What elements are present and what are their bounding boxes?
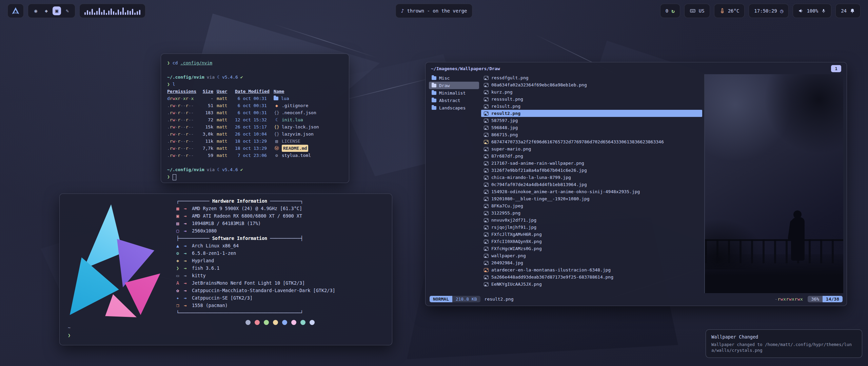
file-row[interactable]: 217167-sad-anime-rain-wallpaper.png	[481, 160, 702, 167]
sidebar-folder[interactable]: Landscapes	[429, 104, 479, 111]
file-owner: matt	[217, 145, 232, 152]
file-row[interactable]: 19201080-__blue-tinge__-1920×1080.jpg	[481, 195, 702, 202]
visualizer-bar	[84, 12, 86, 15]
info-row: ▣→AMD ATI Radeon RX 6800/6800 XT / 6900 …	[176, 212, 384, 220]
file-row[interactable]: 87r687df.png	[481, 152, 702, 160]
workspace-button[interactable]: ▣	[53, 6, 61, 15]
image-file-icon	[484, 76, 489, 80]
terminal-command-line: ❯ cd .config/nvim	[167, 59, 343, 66]
media-title: thrown - on the verge	[407, 8, 467, 14]
keyboard-module[interactable]: US	[684, 4, 710, 18]
info-icon: ▤	[176, 220, 184, 227]
file-name: 8FKa7Cu.jpeg	[491, 203, 523, 208]
file-type-icon: ◆	[274, 102, 280, 109]
file-date: 18 oct 13:29	[235, 138, 270, 145]
hardware-info: ▦→AMD Ryzen 9 5900X (24) @ 4.9GHz [61.3°…	[176, 205, 384, 235]
file-row[interactable]: 3126f7e9bbf21a8a4af0b67b041c6e26.jpg	[481, 167, 702, 174]
file-name: rsjqojlmjhf91.jpg	[491, 225, 536, 230]
file-row[interactable]: 5a266e448add93deab367d87173e9f25-6837886…	[481, 273, 702, 281]
clock-module[interactable]: 17:50:29 ◷	[749, 4, 789, 18]
file-row[interactable]: resssult.png	[481, 96, 702, 103]
prompt-directory: ~	[68, 324, 384, 331]
file-row[interactable]: 3122955.png	[481, 209, 702, 217]
sidebar-folder[interactable]: Minimalist	[429, 89, 479, 97]
hardware-header: ┌─────────── Hardware Information ──────…	[176, 197, 384, 205]
file-row[interactable]: FXfcHgcWIAMzs0G.png	[481, 245, 702, 252]
arrow-icon: →	[184, 287, 192, 294]
file-row[interactable]: 866715.png	[481, 131, 702, 138]
temperature-module[interactable]: 26°C	[714, 4, 745, 18]
tab-badge[interactable]: 1	[831, 65, 841, 72]
workspace-button[interactable]: ◉	[32, 6, 40, 15]
audio-visualizer[interactable]	[79, 4, 145, 18]
info-value: 10948MiB / 64183MiB (17%)	[192, 220, 261, 227]
workspace-icon: ◉	[34, 8, 37, 14]
file-row[interactable]: 08a634fa02a32364f69ebc86a98eb1eb.png	[481, 81, 702, 88]
file-row[interactable]: FXfcJlTXgAMvH6R.png	[481, 231, 702, 238]
file-row[interactable]: FXfcII0X0AQyn9X.png	[481, 238, 702, 245]
info-icon: ▭	[176, 272, 184, 279]
workspace-button[interactable]: ✎	[63, 6, 72, 15]
visualizer-bar	[89, 12, 91, 15]
info-icon: ✦	[176, 294, 184, 302]
file-name: FXfcHgcWIAMzs0G.png	[491, 246, 542, 251]
preview-girl-silhouette	[791, 217, 805, 261]
file-row[interactable]: 587597.jpg	[481, 117, 702, 124]
info-row: A→JetBrainsMono Nerd Font Light 10 [GTK2…	[176, 279, 384, 287]
image-file-icon	[484, 240, 489, 244]
fetch-terminal-window[interactable]: ┌─────────── Hardware Information ──────…	[59, 194, 392, 345]
file-name: stylua.toml	[282, 152, 311, 159]
info-value: Hyprland	[192, 257, 214, 264]
sidebar-folder[interactable]: Draw	[429, 82, 479, 89]
file-type-icon: ☾	[274, 116, 280, 123]
file-row[interactable]: 20492984.jpg	[481, 259, 702, 266]
updates-module[interactable]: 0 ↻	[660, 4, 680, 18]
file-row[interactable]: rsjqojlmjhf91.jpg	[481, 224, 702, 231]
file-row[interactable]: kurz.png	[481, 88, 702, 96]
file-row[interactable]: result2.png	[481, 110, 702, 117]
file-row[interactable]: 154928-odinokoe_anime-art-anime-okno-sin…	[481, 188, 702, 195]
file-row[interactable]: 596848.jpg	[481, 124, 702, 131]
file-row[interactable]: wallpaper.png	[481, 252, 702, 259]
file-row[interactable]: nnvuv0xj2df71.jpg	[481, 217, 702, 224]
sidebar-folder[interactable]: Misc	[429, 74, 479, 82]
file-row[interactable]: atardecer-en-la-montanas-ilustracion-634…	[481, 266, 702, 273]
file-row[interactable]: ressdfgult.png	[481, 74, 702, 81]
terminal-window[interactable]: ❯ cd .config/nvim ~/.config/nvimvia☾v5.4…	[161, 54, 349, 183]
file-type-icon: {}	[274, 109, 280, 116]
folder-icon	[432, 84, 436, 87]
file-row[interactable]: 8FKa7Cu.jpeg	[481, 202, 702, 209]
file-manager-window[interactable]: ~/Imagenes/Wallpapers/Draw 1 MiscDrawMin…	[425, 62, 847, 306]
media-widget[interactable]: ♪ thrown - on the verge	[395, 4, 472, 18]
file-manager-panes: MiscDrawMinimalistAbstractLandscapes res…	[426, 74, 847, 293]
file-name: 866715.png	[491, 132, 518, 137]
software-info: ▲→Arch Linux x86_64⚙→6.5.8-zen1-1-zen❖→H…	[176, 242, 384, 309]
wallpaper-preview	[704, 74, 843, 293]
arrow-icon: →	[184, 294, 192, 302]
info-value: Catppuccin-SE [GTK2/3]	[192, 294, 253, 302]
visualizer-bar	[103, 10, 105, 15]
file-row[interactable]: super-mario.png	[481, 145, 702, 152]
arrow-icon: →	[184, 264, 192, 272]
notifications-module[interactable]: 24	[835, 4, 861, 18]
image-file-icon	[484, 119, 489, 123]
sidebar-folder[interactable]: Abstract	[429, 97, 479, 104]
file-row[interactable]: EeNKYgIUcAAJ5JX.png	[481, 281, 702, 288]
file-row[interactable]: re1sult.png	[481, 103, 702, 110]
microphone-icon	[821, 8, 826, 13]
file-name: .neoconf.json	[282, 109, 316, 116]
file-row[interactable]: 68747470733a2f2f696d616765732d7769786d70…	[481, 138, 702, 145]
file-row[interactable]: chica-mirando-la-luna-8799.jpg	[481, 174, 702, 181]
workspace-button[interactable]: ◆	[42, 6, 51, 15]
terminal-prompt[interactable]: ❯	[167, 173, 343, 180]
terminal-prompt[interactable]: ❯	[68, 331, 384, 339]
info-icon: ❯	[176, 264, 184, 272]
notification-toast[interactable]: Wallpaper Changed Wallpaper changed to /…	[706, 329, 862, 358]
launcher-button[interactable]	[7, 4, 24, 18]
image-file-icon	[484, 218, 489, 222]
file-date: 18 oct 13:29	[235, 145, 270, 152]
file-row[interactable]: 0c794faf07de24a4db4d4fb1eb813964.jpg	[481, 181, 702, 188]
arrow-icon: →	[184, 257, 192, 264]
volume-module[interactable]: 100%	[793, 4, 831, 18]
file-owner: matt	[217, 116, 232, 123]
